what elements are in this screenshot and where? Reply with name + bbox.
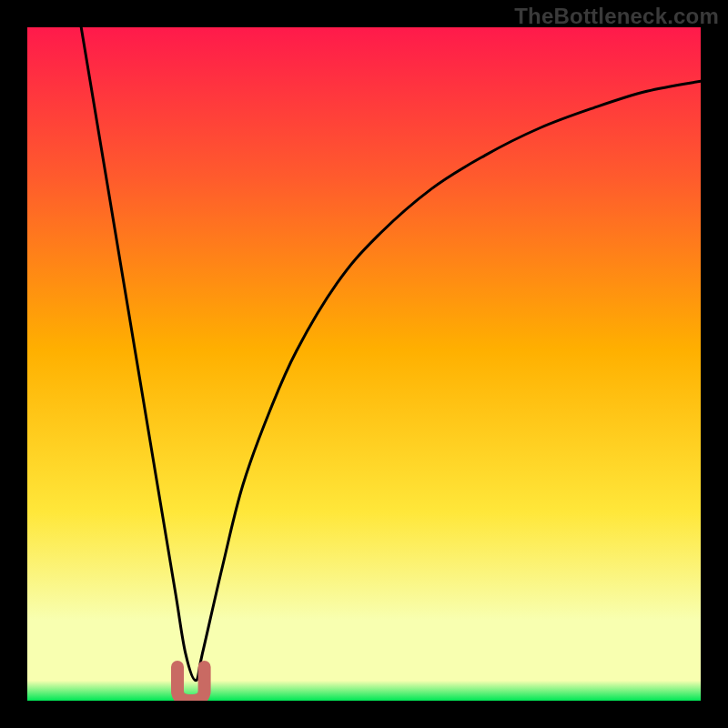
chart-frame: TheBottleneck.com	[0, 0, 728, 728]
watermark-label: TheBottleneck.com	[514, 4, 719, 29]
bottleneck-chart	[27, 27, 701, 701]
chart-plot-area	[27, 27, 701, 701]
gradient-background	[27, 27, 701, 701]
